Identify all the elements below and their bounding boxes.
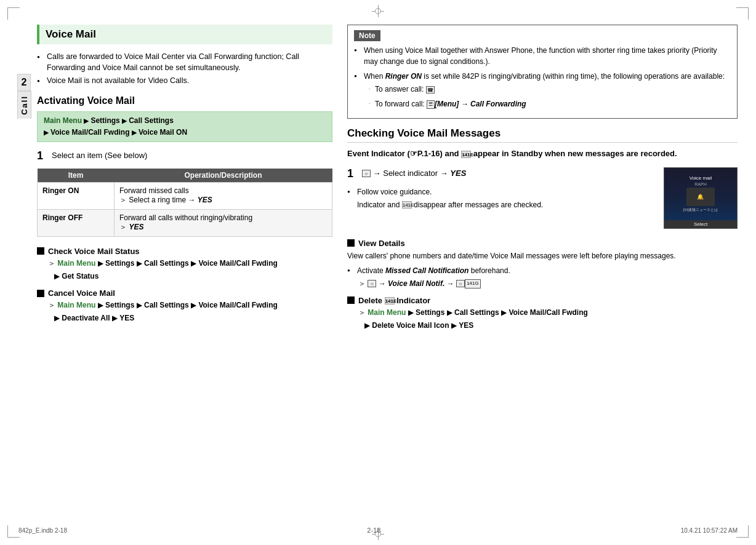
message-indicator-icon: 141E [461,151,471,158]
activating-section: Activating Voice Mail Main Menu ▶ Settin… [37,95,332,237]
step-bullet-1: Follow voice guidance. [347,186,656,197]
voice-mail-bullets: Calls are forwarded to Voice Mail Center… [37,52,332,87]
screen-title: Voice mail [690,175,712,181]
black-square-view [347,239,355,247]
table-col-item: Item [38,169,115,183]
note-item-2: When Ringer ON is set while 842P is ring… [354,71,731,109]
check-voice-mail-section: Check Voice Mail Status ＞ Main Menu ▶ Se… [37,247,332,282]
section-title: Voice Mail [46,28,326,41]
ringer-on-desc: Forward missed calls ＞ Select a ring tim… [115,182,332,209]
note-header: Note [354,30,380,41]
black-square-delete [347,296,355,304]
activating-nav-box: Main Menu ▶ Settings ▶ Call Settings ▶ V… [37,111,332,142]
ringer-off-item: Ringer OFF [38,209,115,236]
page-footer: 842p_E.indb 2-18 2-18 10.4.21 10:57:22 A… [18,527,738,534]
ringer-on-desc-line2: ＞ Select a ring time → YES [119,196,212,204]
chapter-tab: 2 Call [17,74,31,119]
screen-rap: RAPH [694,182,706,186]
nav-main-menu-1: Main Menu [44,116,82,125]
view-icon-141g: 141G [465,279,481,288]
screen-news-text: [S!]速報ニュースとは [683,207,718,213]
check-voice-mail-title: Check Voice Mail Status [48,247,140,256]
step-1-text: Select an item (See below) [52,149,147,160]
bullet-2: Voice Mail is not available for Video Ca… [37,76,332,87]
view-details-section: View Details View callers' phone numbers… [347,239,738,290]
main-content: Voice Mail Calls are forwarded to Voice … [0,0,756,545]
check-voice-mail-indent: ▶ Get Status [37,271,332,282]
section-title-box: Voice Mail [37,25,332,44]
nav-line-1: Main Menu ▶ Settings ▶ Call Settings [44,115,326,127]
delete-path: ＞ Main Menu ▶ Settings ▶ Call Settings ▶… [347,307,738,319]
note-sub-item-2: To forward call: ☰[Menu] → Call Forwardi… [366,98,731,109]
activating-title: Activating Voice Mail [37,95,332,106]
step-phone-icon: ○ [362,170,371,177]
black-square-icon [37,247,44,255]
cancel-voice-mail-title: Cancel Voice Mail [48,288,115,298]
corner-mark-br [736,525,749,538]
chapter-label: Call [17,91,31,119]
delete-indent: ▶ Delete Voice Mail Icon ▶ YES [347,320,738,332]
bullet-1: Calls are forwarded to Voice Mail Center… [37,52,332,73]
black-square-icon-2 [37,290,44,297]
step-1-row: 1 Select an item (See below) [37,149,332,162]
page-number: 2-18 [367,527,380,534]
checking-title: Checking Voice Mail Messages [347,127,738,143]
note-sub-item-1: To answer call: ☎ [366,84,731,95]
event-indicator-text: Event Indicator (☞P.1-16) and 141E appea… [347,148,738,160]
nav-line-2: ▶ Voice Mail/Call Fwding ▶ Voice Mail ON [44,127,326,138]
delete-indicator-section: Delete 141E Indicator ＞ Main Menu ▶ Sett… [347,296,738,332]
screen-select-bar: Select [664,220,737,228]
screen-news-icon: 🔔 [697,194,704,200]
view-icon-2: ○ [456,280,465,287]
note-item-1: When using Voice Mail together with Answ… [354,45,731,67]
table-row: Ringer OFF Forward all calls without rin… [38,209,332,236]
step-bullet-2: Indicator and 141E disappear after messa… [347,199,656,210]
check-voice-mail-path: ＞ Main Menu ▶ Settings ▶ Call Settings ▶… [37,258,332,269]
delete-icon-141e: 141E [385,297,395,304]
ringer-on-item: Ringer ON [38,182,115,209]
ringer-off-desc-line2: ＞ YES [119,223,143,231]
view-details-path: ＞ ○ → Voice Mail Notif. → ○141G [347,278,738,290]
corner-mark-bl [7,525,20,538]
corner-mark-tl [7,7,20,20]
chapter-number: 2 [17,74,31,91]
left-column: Voice Mail Calls are forwarded to Voice … [37,25,332,533]
note-sub-list: To answer call: ☎ To forward call: ☰[Men… [366,84,731,109]
reg-cross-top [372,5,384,17]
cancel-voice-mail-path: ＞ Main Menu ▶ Settings ▶ Call Settings ▶… [37,300,332,311]
note-list: When using Voice Mail together with Answ… [354,45,731,109]
view-details-bullet: Activate Missed Call Notification before… [347,265,738,276]
ringer-off-desc: Forward all calls without ringing/vibrat… [115,209,332,236]
checking-step-text: ○ → Select indicator → YES [362,167,466,178]
phone-screen-image: Voice mail RAPH 🔔 [S!]速報ニュースとは Select [664,167,738,229]
note-box: Note When using Voice Mail together with… [347,25,738,119]
step-1-number: 1 [37,149,52,162]
corner-mark-tr [736,7,749,20]
view-details-title-text: View Details [358,239,405,248]
delete-indicator-title: Delete 141E Indicator [358,296,430,305]
checking-step-1: 1 ○ → Select indicator → YES Follow voic… [347,167,738,229]
checking-step-left: 1 ○ → Select indicator → YES Follow voic… [347,167,656,229]
right-column: Note When using Voice Mail together with… [347,25,738,533]
checking-step-number: 1 [347,167,362,180]
table-col-desc: Operation/Description [115,169,332,183]
screen-main-area: 🔔 [686,188,715,206]
settings-table: Item Operation/Description Ringer ON For… [37,169,332,237]
view-phone-icon: ○ [368,280,376,287]
footer-timestamp: 10.4.21 10:57:22 AM [681,527,738,534]
checking-step-row: 1 ○ → Select indicator → YES [347,167,656,180]
footer-filename: 842p_E.indb 2-18 [18,527,67,534]
cancel-voice-mail-indent: ▶ Deactivate All ▶ YES [37,312,332,324]
view-details-desc: View callers' phone numbers and date/tim… [347,250,738,261]
phone-icon: ☎ [426,86,435,93]
cancel-voice-mail-section: Cancel Voice Mail ＞ Main Menu ▶ Settings… [37,288,332,324]
indicator-icon-2: 141E [402,201,412,209]
checking-section: Checking Voice Mail Messages Event Indic… [347,127,738,332]
phone-screen-display: Voice mail RAPH 🔔 [S!]速報ニュースとは Select [664,168,737,228]
table-row: Ringer ON Forward missed calls ＞ Select … [38,182,332,209]
menu-icon: ☰ [427,100,435,109]
